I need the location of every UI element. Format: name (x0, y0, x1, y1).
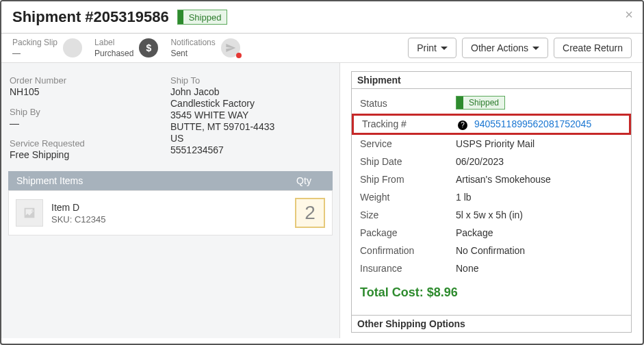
confirmation-value: No Confirmation (456, 245, 623, 256)
service-row: Service USPS Priority Mail (352, 135, 631, 153)
right-panel: Shipment Status Shipped Tracking # (340, 63, 643, 338)
order-number-value: NH105 (10, 86, 170, 97)
other-actions-button[interactable]: Other Actions (462, 38, 548, 58)
status-badge: Shipped (177, 10, 228, 25)
notifications-label: Notifications (170, 38, 215, 47)
service-label: Service (360, 138, 456, 149)
help-icon[interactable]: ? (458, 120, 467, 130)
label-step-label: Label (94, 38, 133, 47)
package-row: Package Package (352, 224, 631, 242)
ship-to-line-5: 5551234567 (170, 144, 331, 155)
tracking-label: Tracking # (362, 118, 458, 129)
service-requested-label: Service Requested (10, 138, 170, 149)
ship-date-value: 06/20/2023 (456, 156, 623, 167)
items-header: Shipment Items Qty (8, 171, 333, 190)
weight-value: 1 lb (456, 192, 623, 203)
item-row: Item D SKU: C12345 2 (8, 190, 333, 235)
shipment-status-text: Shipped (463, 98, 504, 107)
package-value: Package (456, 227, 623, 238)
insurance-value: None (456, 263, 623, 274)
total-cost: Total Cost: $8.96 (352, 277, 631, 308)
weight-label: Weight (360, 192, 456, 203)
ship-date-label: Ship Date (360, 156, 456, 167)
other-shipping-options-header[interactable]: Other Shipping Options (352, 315, 631, 332)
item-image-placeholder-icon (16, 199, 43, 227)
label-step: Label Purchased $ (94, 38, 158, 58)
ship-to-line-3: BUTTE, MT 59701-4433 (170, 121, 331, 132)
insurance-label: Insurance (360, 263, 456, 274)
ship-to-line-2: 3545 WHITE WAY (170, 110, 331, 120)
item-qty: 2 (295, 198, 325, 228)
notifications-value: Sent (170, 49, 215, 58)
tracking-link[interactable]: 9405511899562081752045 (474, 118, 591, 129)
ship-date-row: Ship Date 06/20/2023 (352, 153, 631, 170)
status-label: Status (360, 98, 456, 109)
confirmation-row: Confirmation No Confirmation (352, 242, 631, 259)
ship-to-line-4: US (170, 133, 331, 144)
ship-by-value: — (10, 118, 170, 129)
paper-plane-icon (221, 38, 240, 58)
label-step-value: Purchased (94, 49, 133, 58)
ship-by-label: Ship By (10, 107, 170, 117)
close-button[interactable]: × (625, 7, 633, 23)
caret-down-icon (532, 47, 539, 50)
ship-to-line-0: John Jacob (170, 86, 331, 97)
size-row: Size 5l x 5w x 5h (in) (352, 206, 631, 224)
items-header-title: Shipment Items (16, 175, 283, 186)
dollar-icon: $ (139, 38, 158, 58)
package-label: Package (360, 227, 456, 238)
item-sku: SKU: C12345 (51, 214, 295, 225)
ship-from-label: Ship From (360, 174, 456, 185)
weight-row: Weight 1 lb (352, 188, 631, 206)
caret-down-icon (441, 47, 448, 50)
print-button-label: Print (417, 42, 437, 53)
packing-slip-value: — (12, 49, 57, 58)
status-badge-text: Shipped (183, 12, 227, 23)
packing-slip-label: Packing Slip (12, 38, 57, 47)
packing-slip-icon (63, 38, 82, 58)
packing-slip-step: Packing Slip — (12, 38, 82, 58)
shipment-status-badge: Shipped (456, 96, 505, 110)
print-button[interactable]: Print (408, 38, 456, 58)
toolbar: Packing Slip — Label Purchased $ Notific… (1, 34, 643, 63)
shipment-panel: Shipment Status Shipped Tracking # (351, 71, 632, 333)
other-actions-label: Other Actions (471, 42, 528, 53)
left-panel: Order Number NH105 Ship By — Service Req… (1, 63, 340, 338)
service-requested-value: Free Shipping (10, 149, 170, 160)
notification-dot-icon (236, 53, 242, 58)
items-header-qty: Qty (283, 175, 324, 186)
ship-to-label: Ship To (170, 75, 331, 86)
status-row: Status Shipped (352, 93, 631, 114)
notifications-step: Notifications Sent (170, 38, 240, 58)
ship-to-line-1: Candlestick Factory (170, 98, 331, 109)
ship-from-value: Artisan's Smokehouse (456, 174, 623, 185)
confirmation-label: Confirmation (360, 245, 456, 256)
tracking-row: Tracking # ? 9405511899562081752045 (352, 114, 631, 135)
modal-header: Shipment #205319586 Shipped (1, 1, 643, 34)
insurance-row: Insurance None (352, 259, 631, 277)
shipment-modal: × Shipment #205319586 Shipped Packing Sl… (0, 0, 644, 345)
order-number-label: Order Number (10, 75, 170, 86)
item-name: Item D (51, 202, 295, 213)
modal-title: Shipment #205319586 (12, 8, 169, 26)
size-label: Size (360, 209, 456, 220)
size-value: 5l x 5w x 5h (in) (456, 209, 623, 220)
create-return-label: Create Return (563, 42, 623, 53)
service-value: USPS Priority Mail (456, 138, 623, 149)
shipment-panel-title: Shipment (352, 72, 631, 89)
ship-from-row: Ship From Artisan's Smokehouse (352, 170, 631, 188)
create-return-button[interactable]: Create Return (554, 38, 632, 58)
